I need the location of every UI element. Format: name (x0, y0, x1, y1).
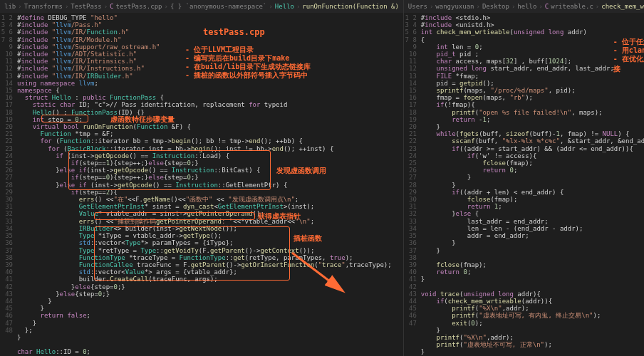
code-editor-right[interactable]: 1 2 3 4 5 6 7 8 9 10 11 12 13 14 15 16 1… (404, 13, 644, 356)
editor-pane-left: lib› Transforms› TestPass› CtestPass.cpp… (0, 0, 404, 356)
breadcrumb-left[interactable]: lib› Transforms› TestPass› CtestPass.cpp… (0, 0, 403, 13)
line-gutter: 1 2 3 4 5 6 7 8 9 10 11 12 13 14 15 16 1… (404, 13, 421, 356)
editor-pane-right: Users› wangyuxuan› Desktop› hello› Cwrit… (404, 0, 644, 356)
line-gutter: 1 2 3 4 5 6 7 8 9 10 11 12 13 14 15 16 1… (0, 13, 17, 356)
code-lines[interactable]: #include <stdio.h> #include <unistd.h> i… (421, 13, 644, 356)
code-editor-left[interactable]: 1 2 3 4 5 6 7 8 9 10 11 12 13 14 15 16 1… (0, 13, 403, 356)
breadcrumb-right[interactable]: Users› wangyuxuan› Desktop› hello› Cwrit… (404, 0, 644, 13)
code-lines[interactable]: #define DEBUG_TYPE "hello" #include "llv… (17, 13, 403, 356)
